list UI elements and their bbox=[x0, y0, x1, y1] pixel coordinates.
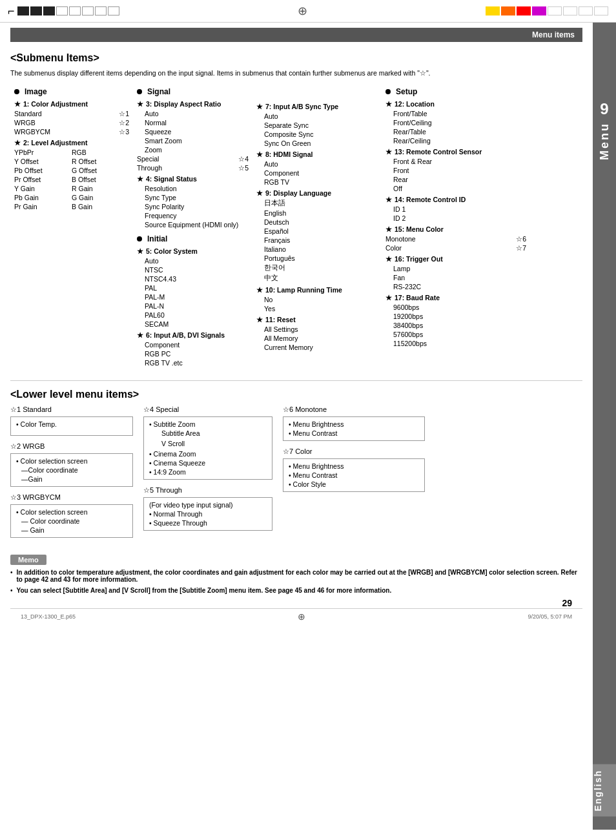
signal-smart-zoom: Smart Zoom bbox=[137, 136, 249, 145]
image-wrgb: WRGB☆2 bbox=[14, 118, 129, 127]
color-block-white3 bbox=[579, 6, 593, 15]
signal-item-3: ★ 3: Display Aspect Ratio bbox=[137, 100, 249, 108]
image-header-label: Image bbox=[25, 87, 47, 96]
lower-special-title: ☆4 Special bbox=[143, 405, 272, 414]
signal-bullet bbox=[137, 89, 142, 94]
corner-marks-left: ⌐ bbox=[8, 5, 15, 18]
color-block-orange bbox=[501, 6, 515, 15]
crosshair-bottom: ⊕ bbox=[298, 611, 305, 622]
lower-col-3: ☆6 Monotone • Menu Brightness • Menu Con… bbox=[283, 405, 425, 544]
signal-item-9: ★ 9: Display Language bbox=[256, 189, 378, 197]
lower-color-box: • Menu Brightness • Menu Contrast • Colo… bbox=[283, 458, 425, 492]
footer-right: 9/20/05, 5:07 PM bbox=[528, 613, 572, 620]
setup-color: Color☆7 bbox=[385, 243, 526, 252]
signal-special: Special☆4 bbox=[137, 154, 249, 163]
image-standard: Standard☆1 bbox=[14, 109, 129, 118]
lower-special-box: • Subtitle Zoom Subtitle Area V Scroll •… bbox=[143, 416, 272, 480]
color-blocks bbox=[486, 6, 608, 15]
lower-wrgb-box: • Color selection screen —Color coordina… bbox=[10, 453, 133, 487]
col2-spacer bbox=[256, 87, 378, 100]
lower-wrgb: ☆2 WRGB • Color selection screen —Color … bbox=[10, 442, 133, 487]
lower-section: <Lower level menu items> ☆1 Standard • C… bbox=[10, 389, 582, 544]
memo-item-2: • You can select [Subtitle Area] and [V … bbox=[10, 587, 582, 594]
bar-block-8 bbox=[108, 6, 119, 15]
lower-monotone: ☆6 Monotone • Menu Brightness • Menu Con… bbox=[283, 405, 425, 441]
setup-header-label: Setup bbox=[396, 87, 417, 96]
page-wrapper: Menu items <Submenu Items> The submenus … bbox=[0, 23, 616, 830]
bar-block-3 bbox=[43, 6, 55, 15]
signal-item-5: ★ 5: Color System bbox=[137, 247, 249, 255]
lower-wrgb-title: ☆2 WRGB bbox=[10, 442, 133, 451]
bar-block-7 bbox=[95, 6, 107, 15]
signal-item-8: ★ 8: HDMI Signal bbox=[256, 150, 378, 158]
setup-item-12: ★ 12: Location bbox=[385, 100, 526, 108]
signal-source-equipment: Source Equipment (HDMI only) bbox=[137, 220, 249, 229]
setup-item-17: ★ 17: Baud Rate bbox=[385, 294, 526, 302]
sidebar-menu-label: Menu bbox=[598, 122, 611, 160]
initial-header-label: Initial bbox=[147, 234, 167, 243]
top-bar: ⌐ ⊕ bbox=[0, 0, 616, 23]
memo-item-1: • In addition to color temperature adjus… bbox=[10, 569, 582, 583]
signal-frequency: Frequency bbox=[137, 211, 249, 220]
setup-header: Setup bbox=[385, 87, 526, 96]
bar-block-4 bbox=[56, 6, 68, 15]
lower-wrgbycm: ☆3 WRGBYCM • Color selection screen — Co… bbox=[10, 493, 133, 538]
top-bar-right bbox=[486, 6, 608, 15]
setup-item-13: ★ 13: Remote Control Sensor bbox=[385, 148, 526, 156]
lower-wrgbycm-box: • Color selection screen — Color coordin… bbox=[10, 504, 133, 538]
setup-monotone: Monotone☆6 bbox=[385, 234, 526, 243]
memo-label: Memo bbox=[10, 555, 46, 565]
lower-monotone-box: • Menu Brightness • Menu Contrast bbox=[283, 416, 425, 441]
signal-header-label: Signal bbox=[147, 87, 170, 96]
image-column: Image ★ 1: Color Adjustment Standard☆1 W… bbox=[10, 87, 133, 367]
image-bullet bbox=[14, 89, 19, 94]
signal-through: Through☆5 bbox=[137, 163, 249, 172]
signal-sync-type: Sync Type bbox=[137, 193, 249, 202]
signal-squeeze: Squeeze bbox=[137, 127, 249, 136]
signal-auto: Auto bbox=[137, 109, 249, 118]
lower-standard-title: ☆1 Standard bbox=[10, 405, 133, 414]
image-prgain-bgain: Pr GainB Gain bbox=[14, 202, 129, 211]
bar-block-6 bbox=[82, 6, 94, 15]
crosshair-top: ⊕ bbox=[298, 4, 307, 18]
page-number: 29 bbox=[10, 598, 582, 608]
signal-item-7: ★ 7: Input A/B Sync Type bbox=[256, 103, 378, 110]
signal-resolution: Resolution bbox=[137, 184, 249, 193]
lower-grid: ☆1 Standard • Color Temp. ☆2 WRGB • Colo… bbox=[10, 405, 582, 544]
lower-standard-box: • Color Temp. bbox=[10, 416, 133, 436]
star-icon-2: ★ bbox=[14, 139, 21, 147]
image-item-1: ★ 1: Color Adjustment bbox=[14, 100, 129, 108]
color-block-white4 bbox=[594, 6, 608, 15]
image-header: Image bbox=[14, 87, 129, 96]
image-pboffset-goffset: Pb OffsetG Offset bbox=[14, 166, 129, 175]
image-ypbpr-rgb: YPbPrRGB bbox=[14, 148, 129, 157]
initial-bullet bbox=[137, 236, 142, 241]
color-block-white bbox=[548, 6, 562, 15]
star-icon-1: ★ bbox=[14, 100, 21, 108]
color-block-purple bbox=[532, 6, 546, 15]
image-proffset-boffset: Pr OffsetB Offset bbox=[14, 175, 129, 184]
bar-block-1 bbox=[17, 6, 29, 15]
lower-through-box: (For video type input signal) • Normal T… bbox=[143, 497, 272, 531]
signal-column: Signal ★ 3: Display Aspect Ratio Auto No… bbox=[133, 87, 252, 367]
color-block-red bbox=[517, 6, 531, 15]
footer-left: 13_DPX-1300_E.p65 bbox=[21, 613, 76, 620]
lower-through-title: ☆5 Through bbox=[143, 486, 272, 495]
signal-column-2: ★ 7: Input A/B Sync Type Auto Separate S… bbox=[252, 87, 382, 367]
image-ygain-rgain: Y GainR Gain bbox=[14, 184, 129, 193]
lower-color-title: ☆7 Color bbox=[283, 447, 425, 456]
lower-col-1: ☆1 Standard • Color Temp. ☆2 WRGB • Colo… bbox=[10, 405, 133, 544]
color-block-white2 bbox=[563, 6, 577, 15]
lower-wrgbycm-title: ☆3 WRGBYCM bbox=[10, 493, 133, 502]
signal-header: Signal bbox=[137, 87, 249, 96]
submenu-description: The submenus display different items dep… bbox=[10, 69, 582, 77]
section-divider bbox=[10, 380, 582, 381]
signal-normal: Normal bbox=[137, 118, 249, 127]
setup-item-16: ★ 16: Trigger Out bbox=[385, 255, 526, 263]
main-content: Menu items <Submenu Items> The submenus … bbox=[0, 23, 593, 830]
lower-monotone-title: ☆6 Monotone bbox=[283, 405, 425, 414]
signal-item-4: ★ 4: Signal Status bbox=[137, 175, 249, 183]
bar-block-5 bbox=[69, 6, 81, 15]
submenu-title: <Submenu Items> bbox=[10, 52, 582, 64]
image-wrgbycm: WRGBYCM☆3 bbox=[14, 127, 129, 136]
